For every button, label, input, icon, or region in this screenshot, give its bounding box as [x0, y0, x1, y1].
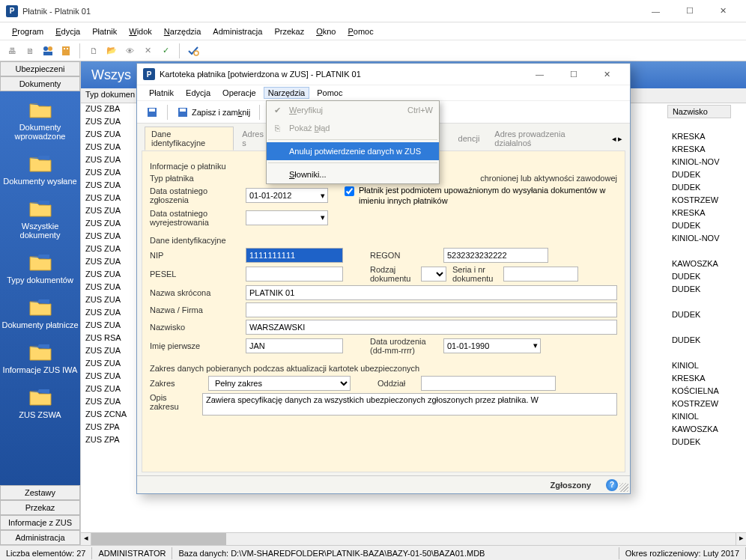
data-zgloszenia-input[interactable] — [246, 188, 328, 203]
nazwa-firma-input[interactable] — [246, 302, 617, 317]
nazwisko-cell: DUDEK — [667, 309, 731, 322]
menu-przekaz[interactable]: Przekaz — [270, 25, 309, 37]
dd-anuluj-potwierdzenie[interactable]: Anuluj potwierdzenie danych w ZUS — [267, 142, 439, 160]
print-preview-icon[interactable]: 🗎 — [22, 43, 37, 58]
save-and-close-button[interactable]: Zapisz i zamknij — [172, 105, 255, 120]
new-doc-icon[interactable]: 🗋 — [86, 43, 101, 58]
main-titlebar: P Płatnik - Platnik 01 — ☐ ✕ — [0, 0, 746, 22]
zakres-select[interactable]: Pełny zakres — [208, 376, 351, 391]
folder-icon — [27, 252, 54, 273]
building-icon[interactable] — [58, 43, 73, 58]
dd-separator-2 — [268, 162, 437, 163]
data-urodzenia-input[interactable] — [443, 338, 541, 353]
people-icon[interactable] — [40, 43, 55, 58]
check-icon[interactable]: ✓ — [158, 43, 173, 58]
imie-input[interactable] — [246, 338, 343, 353]
seria-input[interactable] — [503, 267, 578, 281]
delete-icon[interactable]: ✕ — [140, 43, 155, 58]
dialog-menu-narzedzia[interactable]: Narzędzia — [264, 87, 310, 99]
nazwisko-cell: KOSTRZEW — [667, 398, 731, 411]
sidebar-tab-ubezpieczeni[interactable]: Ubezpieczeni — [0, 61, 80, 76]
tab-scroll-arrows[interactable]: ◂▸ — [612, 134, 622, 144]
rodzaj-dokumentu-label: Rodzaj dokumentu — [370, 265, 415, 283]
dialog-close-button[interactable]: ✕ — [590, 64, 624, 85]
tab-dane-identyfikacyjne[interactable]: Dane identyfikacyjne — [145, 127, 234, 150]
menu-pomoc[interactable]: Pomoc — [343, 25, 377, 37]
menu-widok[interactable]: Widok — [124, 25, 157, 37]
sidebar-item-6[interactable]: ZUS ZSWA — [0, 382, 80, 427]
col-nazwisko[interactable]: Nazwisko — [667, 105, 731, 118]
folder-icon — [27, 99, 54, 120]
sidebar-tab-zestawy[interactable]: Zestawy — [0, 485, 80, 500]
close-button[interactable]: ✕ — [706, 1, 740, 22]
status-db: Baza danych: D:\VM-SHAREDFOLDER\PLATNIK-… — [172, 547, 619, 559]
svg-rect-2 — [43, 52, 52, 55]
sidebar-item-1[interactable]: Dokumenty wysłane — [0, 148, 80, 193]
regon-input[interactable] — [443, 248, 548, 263]
opis-zakresu-textarea[interactable]: Zawiera specyfikację danych za wszystkic… — [202, 393, 617, 416]
dialog-maximize-button[interactable]: ☐ — [557, 64, 590, 85]
regon-label: REGON — [370, 251, 437, 260]
status-bar: Liczba elementów: 27 ADMINISTRATOR Baza … — [0, 545, 746, 560]
nazwisko-label: Nazwisko — [150, 323, 240, 332]
sidebar-item-0[interactable]: Dokumenty wprowadzone — [0, 94, 80, 148]
sidebar-item-2[interactable]: Wszystkie dokumenty — [0, 193, 80, 247]
pesel-input[interactable] — [246, 267, 343, 281]
dialog-menu-edycja[interactable]: Edycja — [181, 87, 215, 99]
nazwisko-cell — [667, 296, 731, 309]
maximize-button[interactable]: ☐ — [673, 1, 706, 22]
print-icon[interactable]: 🖶 — [4, 43, 19, 58]
resize-grip[interactable] — [619, 483, 628, 492]
menu-edycja[interactable]: Edycja — [51, 25, 85, 37]
nazwa-skrocona-input[interactable] — [246, 285, 617, 300]
nazwisko-cell: DUDEK — [667, 169, 731, 182]
dd-slowniki[interactable]: Słowniki... — [267, 165, 439, 183]
nazwisko-cell: KINIOL-NOV — [667, 156, 731, 169]
nip-input[interactable] — [246, 248, 343, 263]
sidebar-tab-przekaz[interactable]: Przekaz — [0, 500, 80, 515]
sidebar-item-5[interactable]: Informacje ZUS IWA — [0, 337, 80, 382]
sidebar-item-4[interactable]: Dokumenty płatnicze — [0, 292, 80, 337]
sidebar-tab-informacje[interactable]: Informacje z ZUS — [0, 515, 80, 530]
nazwisko-cell: DUDEK — [667, 182, 731, 195]
menu-administracja[interactable]: Administracja — [208, 25, 267, 37]
dialog-body: Informacje o płatniku Typ płatnika chron… — [142, 150, 625, 472]
verify-small-icon: ✔ — [271, 104, 283, 116]
upowazniony-checkbox[interactable] — [345, 186, 354, 196]
copy-small-icon: ⎘ — [271, 122, 283, 134]
col-typ[interactable]: Typ dokumen — [81, 88, 141, 103]
open-icon[interactable]: 📂 — [104, 43, 119, 58]
sidebar-tab-administracja[interactable]: Administracja — [0, 530, 80, 545]
dialog-menu-pomoc[interactable]: Pomoc — [312, 87, 347, 99]
rodzaj-dokumentu-select[interactable] — [421, 267, 446, 281]
dialog-menu-operacje[interactable]: Operacje — [218, 87, 261, 99]
data-wyrejestrowania-label: Data ostatniego wyrejestrowania — [150, 209, 240, 227]
zakres-label: Zakres — [150, 379, 202, 388]
save-icon-button[interactable] — [142, 105, 163, 120]
help-icon[interactable]: ? — [606, 479, 618, 491]
menu-okno[interactable]: Okno — [312, 25, 340, 37]
minimize-button[interactable]: — — [639, 1, 673, 22]
folder-icon — [27, 386, 54, 407]
nazwisko-cell: KOSTRZEW — [667, 195, 731, 207]
sidebar: Ubezpieczeni Dokumenty Dokumenty wprowad… — [0, 61, 81, 545]
view-icon[interactable]: 👁 — [122, 43, 137, 58]
sidebar-tab-dokumenty[interactable]: Dokumenty — [0, 76, 80, 91]
sidebar-item-3[interactable]: Typy dokumentów — [0, 247, 80, 292]
nazwisko-input[interactable] — [246, 320, 617, 335]
nazwa-skrocona-label: Nazwa skrócona — [150, 288, 240, 297]
tab-dencji[interactable]: dencji — [452, 131, 487, 146]
status-count: Liczba elementów: 27 — [0, 547, 92, 559]
menu-program[interactable]: Program — [7, 25, 48, 37]
horizontal-scrollbar[interactable]: ◂ ▸ — [81, 532, 746, 545]
dd-separator-1 — [268, 139, 437, 140]
menu-narzedzia[interactable]: Narzędzia — [160, 25, 206, 37]
oddzial-input[interactable] — [421, 376, 556, 391]
dialog-minimize-button[interactable]: — — [523, 64, 557, 85]
verify-icon[interactable] — [186, 43, 201, 58]
data-wyrejestrowania-input[interactable] — [246, 210, 328, 225]
dialog-menu-platnik[interactable]: Płatnik — [145, 87, 178, 99]
tab-adres-prowadzenia[interactable]: Adres prowadzenia działalnoś — [488, 127, 610, 150]
nazwisko-cell — [667, 322, 731, 335]
menu-platnik[interactable]: Płatnik — [88, 25, 121, 37]
